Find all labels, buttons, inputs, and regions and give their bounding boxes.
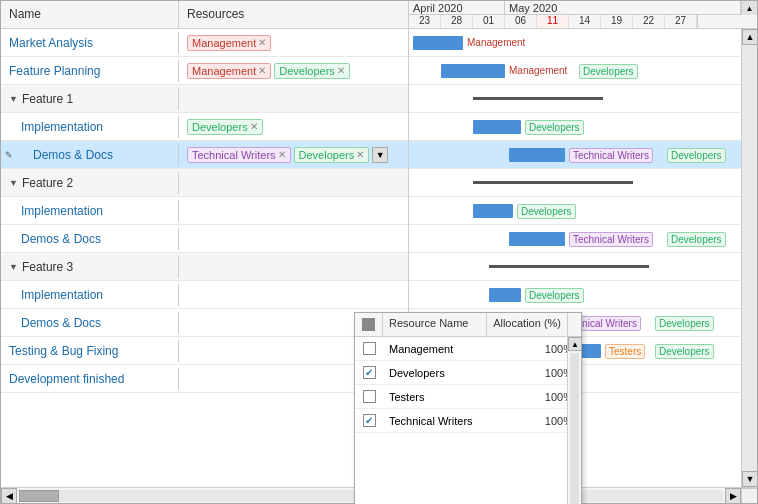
developers-checkbox[interactable]: ✔ (363, 366, 376, 379)
scroll-left[interactable]: ◀ (1, 488, 17, 504)
table-row[interactable]: ▼ Feature 1 (1, 85, 408, 113)
task-name-feature1: ▼ Feature 1 (1, 88, 179, 110)
april-label: April 2020 (409, 1, 505, 14)
remove-management[interactable]: ✕ (258, 37, 266, 48)
popup-name-tw: Technical Writers (383, 412, 501, 430)
task-label: Demos & Docs (21, 148, 113, 162)
developers-gantt-label: Developers (667, 148, 726, 163)
corner (741, 488, 757, 504)
popup-name-testers: Testers (383, 388, 501, 406)
day-23: 23 (409, 15, 441, 28)
task-name-implementation1: Implementation (1, 116, 179, 138)
day-28: 28 (441, 15, 473, 28)
expand-triangle: ▼ (9, 262, 18, 272)
gantt-header: April 2020 May 2020 ▲ 23 28 01 06 11 14 … (409, 1, 757, 29)
popup-row-tw[interactable]: ✔ Technical Writers 100% (355, 409, 581, 433)
gantt-bar (413, 36, 463, 50)
developers-tag: Developers ✕ (274, 63, 350, 79)
popup-scrollbar[interactable]: ▲ ▼ (567, 337, 581, 504)
scroll-track[interactable] (19, 490, 390, 502)
popup-alloc-header: Allocation (%) (487, 313, 567, 336)
remove-management[interactable]: ✕ (258, 65, 266, 76)
tw-checkbox[interactable]: ✔ (363, 414, 376, 427)
remove-developers[interactable]: ✕ (337, 65, 345, 76)
day-01: 01 (473, 15, 505, 28)
popup-check-developers[interactable]: ✔ (355, 366, 383, 379)
header-checkbox[interactable] (362, 318, 375, 331)
task-label: Demos & Docs (21, 316, 101, 330)
edit-icon: ✎ (5, 150, 13, 160)
task-panel-scrollbar[interactable]: ◀ ▶ (1, 487, 408, 503)
developers-gantt-label: Developers (579, 64, 638, 79)
gantt-row-demos2: Technical Writers Developers (409, 225, 757, 253)
task-label: Testing & Bug Fixing (9, 344, 118, 358)
task-name-feature-planning: Feature Planning (1, 60, 179, 82)
task-label: Feature 3 (22, 260, 73, 274)
developers-gantt-label: Developers (525, 120, 584, 135)
table-row[interactable]: Implementation Developers ✕ (1, 113, 408, 141)
resource-cell (179, 95, 408, 103)
gantt-row-impl1: Developers (409, 113, 757, 141)
popup-check-testers[interactable] (355, 390, 383, 403)
developers-gantt-label: Developers (655, 344, 714, 359)
task-label: Demos & Docs (21, 232, 101, 246)
popup-scroll-up[interactable]: ▲ (568, 337, 582, 351)
task-label: Market Analysis (9, 36, 93, 50)
developers-gantt-label: Developers (517, 204, 576, 219)
day-19: 19 (601, 15, 633, 28)
gantt-scrollbar-right[interactable]: ▲ ▼ (741, 29, 757, 487)
management-checkbox[interactable] (363, 342, 376, 355)
task-name-testing: Testing & Bug Fixing (1, 340, 179, 362)
gantt-scroll-right[interactable]: ▶ (725, 488, 741, 504)
gantt-scroll-down-btn[interactable]: ▼ (742, 471, 757, 487)
may-label: May 2020 (505, 1, 741, 14)
management-tag: Management ✕ (187, 63, 271, 79)
table-row[interactable]: Feature Planning Management ✕ Developers… (1, 57, 408, 85)
day-14: 14 (569, 15, 601, 28)
gantt-bar (473, 204, 513, 218)
gantt-row-market: Management (409, 29, 757, 57)
tw-gantt-label: Technical Writers (569, 148, 653, 163)
gantt-row-feature2 (409, 169, 757, 197)
resource-cell: Management ✕ (179, 31, 408, 55)
table-row[interactable]: Market Analysis Management ✕ (1, 29, 408, 57)
gantt-row-planning: Management Developers (409, 57, 757, 85)
testers-checkbox[interactable] (363, 390, 376, 403)
scroll-thumb[interactable] (19, 490, 59, 502)
task-label: Implementation (21, 120, 103, 134)
popup-row-developers[interactable]: ✔ Developers 100% (355, 361, 581, 385)
name-column-header: Name (1, 1, 179, 28)
management-tag: Management ✕ (187, 35, 271, 51)
resource-popup: Resource Name Allocation (%) Management … (177, 156, 405, 451)
expand-triangle: ▼ (9, 178, 18, 188)
gantt-bar (509, 232, 565, 246)
popup-name-management: Management (383, 340, 501, 358)
remove-developers[interactable]: ✕ (250, 121, 258, 132)
gantt-scroll-up[interactable]: ▲ (741, 1, 757, 15)
popup-row-testers[interactable]: Testers 100% (355, 385, 581, 409)
task-label: Implementation (21, 204, 103, 218)
resource-cell: Management ✕ Developers ✕ (179, 59, 408, 83)
task-name-dev-finished: Development finished (1, 368, 179, 390)
expand-triangle: ▼ (9, 94, 18, 104)
popup-resource-header: Resource Name (383, 313, 487, 336)
management-gantt-label: Management (509, 65, 567, 76)
day-22: 22 (633, 15, 665, 28)
testers-gantt-label: Testers (605, 344, 645, 359)
popup-name-developers: Developers (383, 364, 501, 382)
gantt-scroll-up-btn[interactable]: ▲ (742, 29, 757, 45)
task-name-feature2: ▼ Feature 2 (1, 172, 179, 194)
gantt-row-impl2: Developers (409, 197, 757, 225)
day-27: 27 (665, 15, 697, 28)
popup-row-management[interactable]: Management 100% (355, 337, 581, 361)
popup-check-tw[interactable]: ✔ (355, 414, 383, 427)
gantt-bar (509, 148, 565, 162)
resource-cell: Developers ✕ (179, 115, 408, 139)
popup-check-header (355, 313, 383, 336)
day-06: 06 (505, 15, 537, 28)
popup-check-management[interactable] (355, 342, 383, 355)
gantt-months: April 2020 May 2020 ▲ (409, 1, 757, 15)
task-label: Implementation (21, 288, 103, 302)
gantt-bar (489, 288, 521, 302)
management-gantt-label: Management (467, 37, 525, 48)
